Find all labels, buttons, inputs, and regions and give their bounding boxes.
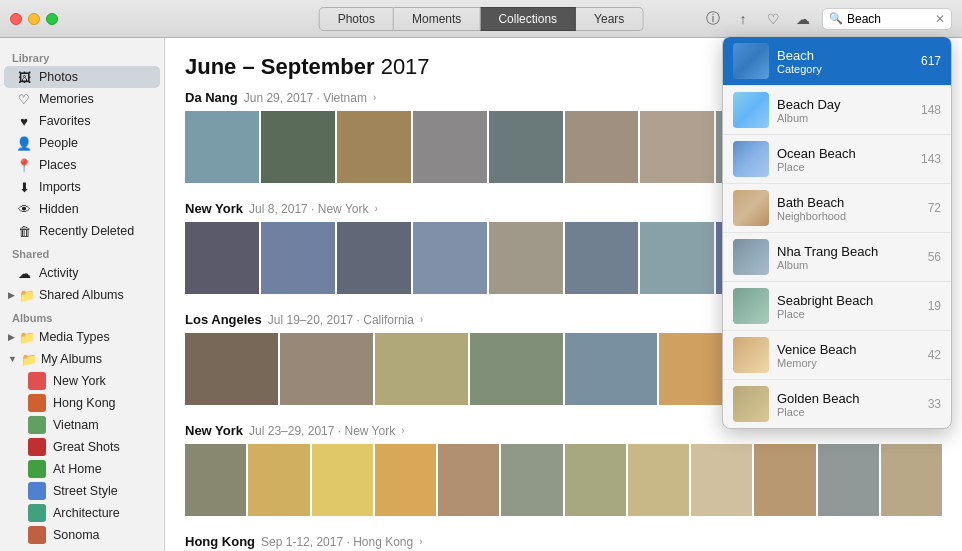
- photo-cell[interactable]: [312, 444, 373, 516]
- photo-cell[interactable]: [337, 111, 411, 183]
- recently-deleted-icon: 🗑: [16, 223, 32, 239]
- sidebar-item-street-style[interactable]: Street Style: [4, 480, 160, 502]
- dropdown-item-nhatrang[interactable]: Nha Trang Beach Album 56: [723, 233, 951, 282]
- new-york-thumb: [28, 372, 46, 390]
- photo-cell[interactable]: [438, 444, 499, 516]
- my-albums-icon: 📁: [21, 351, 37, 367]
- sidebar-item-architecture[interactable]: Architecture: [4, 502, 160, 524]
- dropdown-item-bathbeach[interactable]: Bath Beach Neighborhood 72: [723, 184, 951, 233]
- photo-cell[interactable]: [261, 111, 335, 183]
- photo-cell[interactable]: [185, 444, 246, 516]
- photo-cell[interactable]: [375, 333, 468, 405]
- photo-cell[interactable]: [337, 222, 411, 294]
- tab-years[interactable]: Years: [576, 7, 643, 31]
- photo-cell[interactable]: [280, 333, 373, 405]
- tab-photos[interactable]: Photos: [319, 7, 394, 31]
- collection-hk-title[interactable]: Hong Kong Sep 1-12, 2017 · Hong Kong ›: [185, 534, 942, 549]
- sidebar-group-media-types[interactable]: ▶ 📁 Media Types: [0, 326, 164, 348]
- photo-cell[interactable]: [413, 111, 487, 183]
- titlebar-actions: ⓘ ↑ ♡ ☁ 🔍 ✕: [702, 8, 952, 30]
- sidebar-group-my-albums[interactable]: ▼ 📁 My Albums: [0, 348, 164, 370]
- sidebar-item-hidden[interactable]: 👁 Hidden: [4, 198, 160, 220]
- icloud-icon[interactable]: ☁: [792, 8, 814, 30]
- photo-cell[interactable]: [489, 222, 563, 294]
- chevron-right-icon-2: ›: [374, 203, 377, 214]
- library-section-label: Library: [0, 46, 164, 66]
- sidebar-item-hong-kong[interactable]: Hong Kong: [4, 392, 160, 414]
- dropdown-venice-count: 42: [928, 348, 941, 362]
- photo-cell[interactable]: [470, 333, 563, 405]
- dropdown-item-beach[interactable]: Beach Category 617: [723, 37, 951, 86]
- photo-cell[interactable]: [185, 222, 259, 294]
- photo-cell[interactable]: [628, 444, 689, 516]
- share-icon[interactable]: ↑: [732, 8, 754, 30]
- album-label-great-shots: Great Shots: [53, 440, 120, 454]
- collection-ny1-meta: Jul 8, 2017 · New York: [249, 202, 368, 216]
- minimize-button[interactable]: [28, 13, 40, 25]
- album-label-at-home: At Home: [53, 462, 102, 476]
- dropdown-beach-count: 617: [921, 54, 941, 68]
- tab-moments[interactable]: Moments: [394, 7, 480, 31]
- photo-cell[interactable]: [261, 222, 335, 294]
- photo-cell[interactable]: [185, 111, 259, 183]
- photo-cell[interactable]: [881, 444, 942, 516]
- photo-cell[interactable]: [565, 444, 626, 516]
- photo-cell[interactable]: [375, 444, 436, 516]
- sidebar-item-imports[interactable]: ⬇ Imports: [4, 176, 160, 198]
- sidebar-label-favorites: Favorites: [39, 114, 148, 128]
- chevron-media-icon: ▶: [8, 332, 15, 342]
- photo-cell[interactable]: [489, 111, 563, 183]
- dropdown-item-oceanbeach[interactable]: Ocean Beach Place 143: [723, 135, 951, 184]
- sidebar-item-at-home[interactable]: At Home: [4, 458, 160, 480]
- photo-cell[interactable]: [413, 222, 487, 294]
- search-clear-button[interactable]: ✕: [935, 12, 945, 26]
- collection-danang-meta: Jun 29, 2017 · Vietnam: [244, 91, 367, 105]
- sidebar-item-sonoma[interactable]: Sonoma: [4, 524, 160, 546]
- dropdown-beachday-info: Beach Day Album: [777, 97, 913, 124]
- sidebar-item-great-shots[interactable]: Great Shots: [4, 436, 160, 458]
- info-icon[interactable]: ⓘ: [702, 8, 724, 30]
- sidebar-item-photos[interactable]: 🖼 Photos: [4, 66, 160, 88]
- search-icon: 🔍: [829, 12, 843, 25]
- photo-cell[interactable]: [565, 333, 658, 405]
- beach-thumb: [733, 43, 769, 79]
- sidebar-item-activity[interactable]: ☁ Activity: [4, 262, 160, 284]
- photo-cell[interactable]: [501, 444, 562, 516]
- photo-cell[interactable]: [565, 111, 639, 183]
- sidebar-item-people[interactable]: 👤 People: [4, 132, 160, 154]
- sidebar-item-favorites[interactable]: ♥ Favorites: [4, 110, 160, 132]
- dropdown-item-beachday[interactable]: Beach Day Album 148: [723, 86, 951, 135]
- sidebar-item-vietnam[interactable]: Vietnam: [4, 414, 160, 436]
- heart-icon[interactable]: ♡: [762, 8, 784, 30]
- dropdown-item-venice[interactable]: Venice Beach Memory 42: [723, 331, 951, 380]
- chevron-right-icon: ›: [373, 92, 376, 103]
- nav-tabs: Photos Moments Collections Years: [319, 7, 644, 31]
- search-input[interactable]: [847, 12, 931, 26]
- photo-cell[interactable]: [565, 222, 639, 294]
- maximize-button[interactable]: [46, 13, 58, 25]
- dropdown-oceanbeach-count: 143: [921, 152, 941, 166]
- shared-section-label: Shared: [0, 242, 164, 262]
- photo-cell[interactable]: [640, 222, 714, 294]
- photo-cell[interactable]: [185, 333, 278, 405]
- photo-cell[interactable]: [640, 111, 714, 183]
- dropdown-item-golden[interactable]: Golden Beach Place 33: [723, 380, 951, 428]
- dropdown-nhatrang-count: 56: [928, 250, 941, 264]
- sidebar-item-memories[interactable]: ♡ Memories: [4, 88, 160, 110]
- sidebar-item-recently-deleted[interactable]: 🗑 Recently Deleted: [4, 220, 160, 242]
- photo-cell[interactable]: [818, 444, 879, 516]
- dropdown-golden-info: Golden Beach Place: [777, 391, 920, 418]
- sidebar-item-places[interactable]: 📍 Places: [4, 154, 160, 176]
- photo-cell[interactable]: [754, 444, 815, 516]
- sidebar-item-new-york[interactable]: New York: [4, 370, 160, 392]
- collection-ny2: New York Jul 23–29, 2017 · New York ›: [185, 423, 942, 516]
- tab-collections[interactable]: Collections: [480, 7, 576, 31]
- beachday-thumb: [733, 92, 769, 128]
- photo-strip-ny2[interactable]: [185, 444, 942, 516]
- sidebar-group-shared-albums[interactable]: ▶ 📁 Shared Albums: [0, 284, 164, 306]
- close-button[interactable]: [10, 13, 22, 25]
- photo-cell[interactable]: [691, 444, 752, 516]
- photo-cell[interactable]: [248, 444, 309, 516]
- dropdown-oceanbeach-info: Ocean Beach Place: [777, 146, 913, 173]
- dropdown-item-seabright[interactable]: Seabright Beach Place 19: [723, 282, 951, 331]
